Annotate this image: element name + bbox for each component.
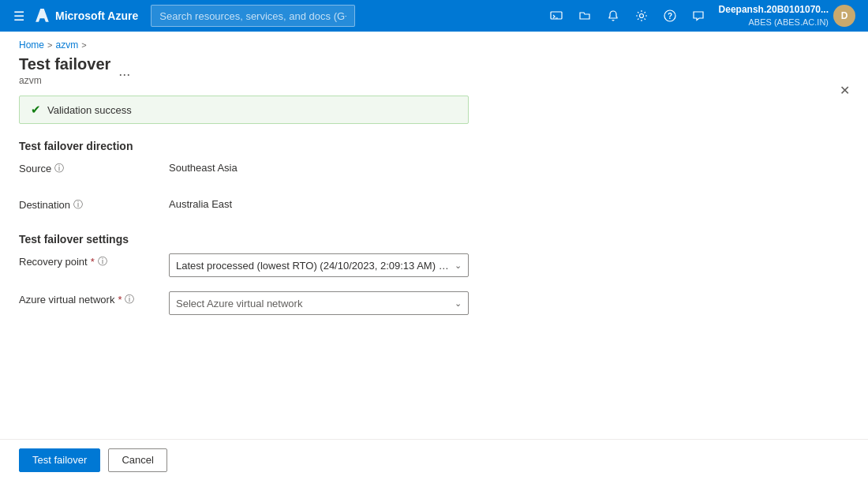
brand-label: Microsoft Azure xyxy=(55,9,138,22)
destination-row: Destination ⓘ Australia East xyxy=(19,197,849,219)
topbar-icons: ? xyxy=(542,0,713,32)
source-label: Source ⓘ xyxy=(19,160,169,175)
azure-logo-icon xyxy=(35,8,51,24)
azure-vnet-label: Azure virtual network * ⓘ xyxy=(19,291,169,306)
validation-message: Validation success xyxy=(47,104,132,116)
settings-form: Recovery point * ⓘ Latest processed (low… xyxy=(0,253,868,315)
destination-info-icon[interactable]: ⓘ xyxy=(73,198,83,212)
page-title-group: Test failover azvm xyxy=(19,55,110,86)
page-title-area: Test failover azvm ... xyxy=(0,54,868,96)
validation-success-icon: ✔ xyxy=(31,103,41,117)
panel: Home > azvm > Test failover azvm ... ✕ ✔… xyxy=(0,32,868,480)
source-value: Southeast Asia xyxy=(169,160,238,174)
azure-vnet-row: Azure virtual network * ⓘ Select Azure v… xyxy=(19,291,849,315)
user-name: Deepansh.20B0101070... xyxy=(719,4,829,17)
avatar-initials: D xyxy=(841,10,848,21)
topbar: ☰ Microsoft Azure ? Deepansh.20B0101070.… xyxy=(0,0,868,32)
cloud-shell-button[interactable] xyxy=(542,0,571,32)
breadcrumb: Home > azvm > xyxy=(0,32,868,54)
azure-vnet-info-icon[interactable]: ⓘ xyxy=(125,293,134,306)
page-subtitle: azvm xyxy=(19,75,110,86)
source-info-icon[interactable]: ⓘ xyxy=(54,162,64,175)
recovery-point-row: Recovery point * ⓘ Latest processed (low… xyxy=(19,253,849,277)
test-failover-button[interactable]: Test failover xyxy=(19,448,100,472)
azure-vnet-required: * xyxy=(118,294,122,306)
recovery-point-required: * xyxy=(91,256,95,268)
svg-point-1 xyxy=(639,14,643,18)
breadcrumb-sep-2: > xyxy=(81,40,86,50)
main-area: Home > azvm > Test failover azvm ... ✕ ✔… xyxy=(0,32,868,480)
destination-label: Destination ⓘ xyxy=(19,197,169,212)
validation-banner: ✔ Validation success xyxy=(19,96,469,124)
azure-vnet-dropdown[interactable]: Select Azure virtual network ⌄ xyxy=(169,291,469,315)
recovery-point-label: Recovery point * ⓘ xyxy=(19,253,169,268)
cancel-button[interactable]: Cancel xyxy=(108,448,166,472)
breadcrumb-home[interactable]: Home xyxy=(19,39,44,51)
settings-button[interactable] xyxy=(627,0,656,32)
breadcrumb-sep-1: > xyxy=(47,40,52,50)
svg-text:?: ? xyxy=(668,12,672,21)
recovery-point-dropdown[interactable]: Latest processed (lowest RTO) (24/10/202… xyxy=(169,253,469,277)
help-button[interactable]: ? xyxy=(656,0,684,32)
page-options-button[interactable]: ... xyxy=(118,64,130,78)
page-title: Test failover xyxy=(19,55,110,73)
azure-vnet-chevron-icon: ⌄ xyxy=(455,298,462,309)
user-email: ABES (ABES.AC.IN) xyxy=(719,17,829,28)
user-info: Deepansh.20B0101070... ABES (ABES.AC.IN) xyxy=(719,4,829,28)
notifications-button[interactable] xyxy=(599,0,627,32)
hamburger-menu-button[interactable]: ☰ xyxy=(6,3,32,28)
avatar-circle: D xyxy=(833,5,855,27)
recovery-point-chevron-icon: ⌄ xyxy=(455,261,462,271)
azure-vnet-placeholder: Select Azure virtual network xyxy=(176,298,450,309)
feedback-button[interactable] xyxy=(684,0,713,32)
directory-button[interactable] xyxy=(571,0,599,32)
user-avatar[interactable]: Deepansh.20B0101070... ABES (ABES.AC.IN)… xyxy=(713,4,862,28)
bottom-bar: Test failover Cancel xyxy=(0,439,868,480)
brand: Microsoft Azure xyxy=(35,8,138,24)
recovery-point-info-icon[interactable]: ⓘ xyxy=(98,255,107,268)
breadcrumb-azvm[interactable]: azvm xyxy=(55,39,78,51)
recovery-point-selected: Latest processed (lowest RTO) (24/10/202… xyxy=(176,260,450,272)
source-row: Source ⓘ Southeast Asia xyxy=(19,160,849,182)
direction-form: Source ⓘ Southeast Asia Destination ⓘ Au… xyxy=(0,160,868,219)
global-search-input[interactable] xyxy=(151,5,355,27)
settings-section-title: Test failover settings xyxy=(0,233,868,253)
direction-section-title: Test failover direction xyxy=(0,140,868,160)
destination-value: Australia East xyxy=(169,197,232,210)
close-button[interactable]: ✕ xyxy=(833,79,855,101)
